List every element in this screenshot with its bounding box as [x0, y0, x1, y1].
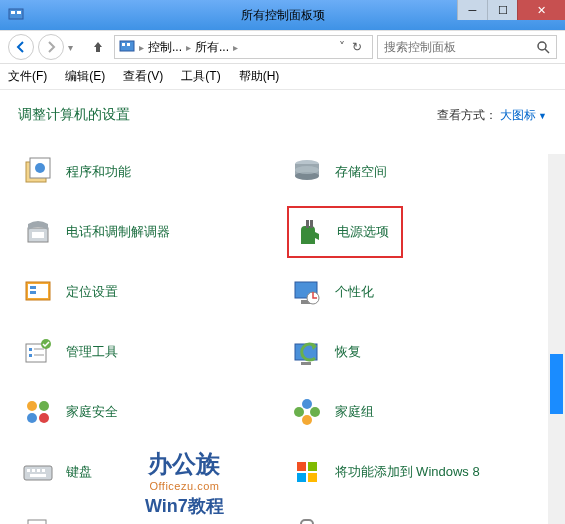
svg-rect-18 — [310, 220, 313, 228]
control-panel-icon — [8, 7, 24, 23]
back-button[interactable] — [8, 34, 34, 60]
address-bar[interactable]: ▸ 控制... ▸ 所有... ▸ ˅ ↻ — [114, 35, 373, 59]
location-icon — [22, 276, 54, 308]
content-header: 调整计算机的设置 查看方式： 大图标▼ — [18, 106, 547, 124]
minimize-button[interactable]: ─ — [457, 0, 487, 20]
storage-icon — [291, 156, 323, 188]
search-box[interactable] — [377, 35, 557, 59]
svg-rect-27 — [29, 348, 32, 351]
item-homegroup[interactable]: 家庭组 — [287, 392, 548, 432]
item-phone-and-modem[interactable]: 电话和调制解调器 — [18, 212, 279, 252]
window-controls: ─ ☐ ✕ — [457, 0, 565, 20]
svg-rect-28 — [34, 348, 44, 350]
homegroup-icon — [291, 396, 323, 428]
credential-icon — [291, 516, 323, 524]
item-label: 恢复 — [335, 343, 361, 361]
svg-point-10 — [35, 163, 45, 173]
admin-tools-icon — [22, 336, 54, 368]
item-administrative-tools[interactable]: 管理工具 — [18, 332, 279, 372]
item-power-options[interactable]: 电源选项 — [287, 206, 403, 258]
personalization-icon — [291, 276, 323, 308]
menu-edit[interactable]: 编辑(E) — [65, 68, 105, 85]
item-label: 管理工具 — [66, 343, 118, 361]
svg-line-7 — [545, 49, 549, 53]
item-label: 家庭组 — [335, 403, 374, 421]
item-recovery[interactable]: 恢复 — [287, 332, 548, 372]
menu-tools[interactable]: 工具(T) — [181, 68, 220, 85]
svg-rect-33 — [301, 362, 311, 365]
svg-point-40 — [302, 399, 312, 409]
item-keyboard[interactable]: 键盘 — [18, 452, 279, 492]
breadcrumb-segment[interactable]: 所有... — [191, 39, 233, 56]
svg-point-36 — [27, 413, 37, 423]
menu-help[interactable]: 帮助(H) — [239, 68, 280, 85]
svg-rect-29 — [29, 354, 32, 357]
item-family-safety[interactable]: 家庭安全 — [18, 392, 279, 432]
svg-rect-46 — [42, 469, 45, 472]
programs-icon — [22, 156, 54, 188]
keyboard-icon — [22, 456, 54, 488]
svg-rect-44 — [32, 469, 35, 472]
close-button[interactable]: ✕ — [517, 0, 565, 20]
item-label: 存储空间 — [335, 163, 387, 181]
item-label: 定位设置 — [66, 283, 118, 301]
svg-rect-42 — [24, 466, 52, 480]
svg-point-35 — [39, 401, 49, 411]
item-label: 个性化 — [335, 283, 374, 301]
item-programs-and-features[interactable]: 程序和功能 — [18, 152, 279, 192]
item-default-programs[interactable]: 默认程序 — [18, 512, 279, 524]
window-title: 所有控制面板项 — [241, 7, 325, 24]
search-input[interactable] — [384, 40, 536, 54]
vertical-scrollbar[interactable] — [548, 154, 565, 524]
default-programs-icon — [22, 516, 54, 524]
svg-point-37 — [39, 413, 49, 423]
family-safety-icon — [22, 396, 54, 428]
svg-rect-49 — [308, 462, 317, 471]
forward-button[interactable] — [38, 34, 64, 60]
svg-rect-17 — [306, 220, 309, 228]
navigation-bar: ▾ ▸ 控制... ▸ 所有... ▸ ˅ ↻ — [0, 30, 565, 64]
content-area: 调整计算机的设置 查看方式： 大图标▼ 程序和功能 存储空间 电话和调制解调器 … — [0, 90, 565, 524]
menu-view[interactable]: 查看(V) — [123, 68, 163, 85]
refresh-dropdown[interactable]: ˅ ↻ — [333, 40, 368, 54]
breadcrumb-separator: ▸ — [233, 42, 238, 53]
scrollbar-thumb[interactable] — [550, 354, 563, 414]
item-credential-manager[interactable]: 凭据管理器 — [287, 512, 548, 524]
svg-rect-22 — [30, 291, 36, 294]
view-label: 查看方式： — [437, 108, 497, 122]
item-storage-spaces[interactable]: 存储空间 — [287, 152, 548, 192]
svg-rect-1 — [11, 11, 15, 14]
item-personalization[interactable]: 个性化 — [287, 272, 548, 312]
recovery-icon — [291, 336, 323, 368]
svg-rect-2 — [17, 11, 21, 14]
menu-bar: 文件(F) 编辑(E) 查看(V) 工具(T) 帮助(H) — [0, 64, 565, 90]
svg-rect-52 — [28, 520, 46, 524]
item-label: 将功能添加到 Windows 8 — [335, 463, 480, 481]
svg-point-6 — [538, 42, 546, 50]
item-location-settings[interactable]: 定位设置 — [18, 272, 279, 312]
control-panel-grid: 程序和功能 存储空间 电话和调制解调器 电源选项 定位设置 个性化 管理工具 — [18, 152, 547, 524]
svg-rect-47 — [30, 474, 46, 477]
item-add-features-windows8[interactable]: 将功能添加到 Windows 8 — [287, 452, 548, 492]
history-dropdown[interactable]: ▾ — [68, 42, 82, 53]
up-button[interactable] — [86, 35, 110, 59]
svg-point-38 — [294, 407, 304, 417]
svg-rect-4 — [122, 43, 125, 46]
view-selector: 查看方式： 大图标▼ — [437, 107, 547, 124]
svg-rect-50 — [297, 473, 306, 482]
control-panel-icon — [119, 39, 135, 55]
maximize-button[interactable]: ☐ — [487, 0, 517, 20]
svg-point-41 — [302, 415, 312, 425]
menu-file[interactable]: 文件(F) — [8, 68, 47, 85]
svg-rect-57 — [301, 520, 313, 524]
svg-rect-48 — [297, 462, 306, 471]
svg-rect-5 — [127, 43, 130, 46]
svg-rect-45 — [37, 469, 40, 472]
power-icon — [293, 216, 325, 248]
windows-flag-icon — [291, 456, 323, 488]
search-icon[interactable] — [536, 40, 550, 54]
svg-rect-51 — [308, 473, 317, 482]
breadcrumb-segment[interactable]: 控制... — [144, 39, 186, 56]
item-label: 家庭安全 — [66, 403, 118, 421]
view-mode-link[interactable]: 大图标▼ — [500, 108, 547, 122]
